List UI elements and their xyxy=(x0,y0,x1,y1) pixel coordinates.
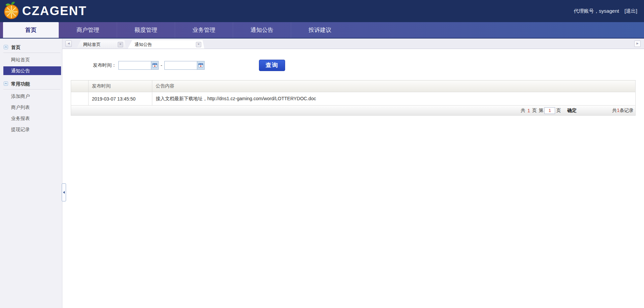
page-suffix: 页 xyxy=(556,108,561,114)
date-from-input[interactable] xyxy=(119,61,151,69)
date-range-separator: - xyxy=(161,63,162,68)
sidebar-group-home[interactable]: 首页 xyxy=(4,45,62,51)
column-header-empty xyxy=(71,80,89,92)
sidebar-group-common[interactable]: 常用功能 xyxy=(4,81,62,87)
row-select-cell xyxy=(71,92,89,106)
announcement-table: 发布时间 公告内容 2019-03-07 13:45:50 接入文档最新下载地址… xyxy=(71,80,636,116)
total-pages-value: 1 xyxy=(527,108,530,113)
sidebar-group-label: 首页 xyxy=(11,45,20,51)
calendar-icon[interactable] xyxy=(197,61,204,69)
tab-announcements[interactable]: 通知公告 ✕ xyxy=(128,40,204,49)
row-content: 接入文档最新下载地址，http://dns1.cz-gaming.com/wor… xyxy=(152,92,636,106)
logo: CZAGENT xyxy=(0,1,87,21)
column-header-content: 公告内容 xyxy=(152,80,636,92)
sidebar-item-business-report[interactable]: 业务报表 xyxy=(0,114,62,123)
total-pages-suffix: 页 xyxy=(532,108,537,114)
tab-strip: ◀ 网站首页 ✕ 通知公告 ✕ ▶ xyxy=(62,39,644,49)
table-row[interactable]: 2019-03-07 13:45:50 接入文档最新下载地址，http://dn… xyxy=(71,92,636,106)
collapse-left-icon xyxy=(63,191,65,194)
table-header-row: 发布时间 公告内容 xyxy=(71,80,636,92)
chevron-up-icon xyxy=(4,81,8,87)
calendar-icon[interactable] xyxy=(151,61,158,69)
confirm-page-button[interactable]: 确定 xyxy=(567,108,577,114)
app-title: CZAGENT xyxy=(22,4,87,18)
divider xyxy=(3,89,60,89)
tab-scroll-left-icon[interactable]: ◀ xyxy=(65,41,72,47)
records-suffix: 条记录 xyxy=(620,108,634,113)
chevron-up-icon xyxy=(4,45,8,51)
sidebar-collapse-handle[interactable] xyxy=(62,183,66,201)
date-from-box xyxy=(118,61,159,70)
column-header-publish-time: 发布时间 xyxy=(89,80,152,92)
close-icon[interactable]: ✕ xyxy=(118,42,123,47)
page-prefix: 第 xyxy=(539,108,543,114)
records-value: 1 xyxy=(617,108,620,113)
account-label: 代理账号，sysagent xyxy=(574,8,619,14)
sidebar-item-add-merchant[interactable]: 添加商户 xyxy=(0,92,62,101)
orange-logo-icon xyxy=(3,1,20,21)
sidebar-item-website-home[interactable]: 网站首页 xyxy=(0,55,62,64)
records-count: 共1条记录 xyxy=(612,108,634,114)
page-number-input[interactable] xyxy=(544,107,555,114)
sidebar-item-announcements[interactable]: 通知公告 xyxy=(3,66,61,75)
close-icon[interactable]: ✕ xyxy=(196,42,201,47)
pagination-bar: 共 1 页 第 页 确定 共1条记录 xyxy=(71,106,636,116)
date-to-input[interactable] xyxy=(165,61,197,69)
total-pages-prefix: 共 xyxy=(521,108,525,114)
records-prefix: 共 xyxy=(612,108,617,113)
divider xyxy=(3,53,60,53)
nav-item-complaints[interactable]: 投诉建议 xyxy=(291,22,349,38)
search-form: 发布时间： - 查询 xyxy=(71,60,636,71)
tab-scroll-right-icon[interactable]: ▶ xyxy=(634,41,641,47)
nav-item-announcements[interactable]: 通知公告 xyxy=(233,22,291,38)
sidebar-item-merchant-list[interactable]: 商户列表 xyxy=(0,103,62,112)
logout-link[interactable]: [退出] xyxy=(625,8,637,14)
nav-item-home[interactable]: 首页 xyxy=(3,22,59,38)
sidebar-group-label: 常用功能 xyxy=(11,81,30,87)
tab-website-home[interactable]: 网站首页 ✕ xyxy=(76,40,126,49)
publish-time-label: 发布时间： xyxy=(93,62,116,68)
nav-item-business-mgmt[interactable]: 业务管理 xyxy=(175,22,233,38)
row-publish-time: 2019-03-07 13:45:50 xyxy=(89,92,152,106)
date-to-box xyxy=(164,61,205,70)
sidebar-item-withdraw-records[interactable]: 提现记录 xyxy=(0,125,62,134)
top-header: CZAGENT 代理账号，sysagent [退出] xyxy=(0,0,644,22)
sidebar: 首页 网站首页 通知公告 常用功能 添加商户 商户列表 业务报表 提现记录 xyxy=(0,39,62,308)
nav-item-quota-mgmt[interactable]: 额度管理 xyxy=(117,22,175,38)
query-button[interactable]: 查询 xyxy=(259,60,285,71)
tab-label: 网站首页 xyxy=(83,42,101,48)
nav-item-merchant-mgmt[interactable]: 商户管理 xyxy=(59,22,117,38)
tab-label: 通知公告 xyxy=(135,42,152,48)
main-nav: 首页 商户管理 额度管理 业务管理 通知公告 投诉建议 xyxy=(0,22,644,39)
